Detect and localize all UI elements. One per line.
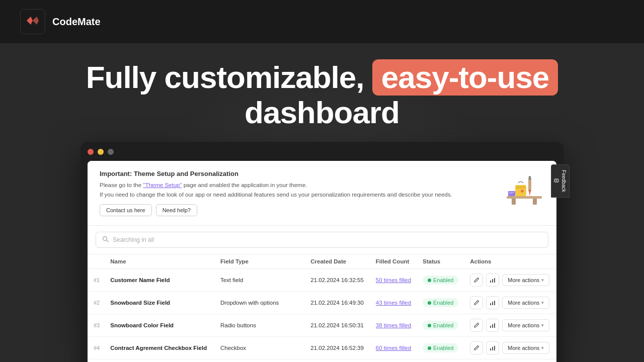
more-actions-button[interactable]: More actions ▾ [502,342,549,354]
svg-rect-2 [533,199,537,205]
svg-rect-0 [507,196,542,199]
edit-button[interactable] [470,341,483,354]
paint-illustration [504,170,544,205]
edit-icon [473,345,479,351]
row-status: Enabled [417,359,464,362]
more-actions-button[interactable]: More actions ▾ [502,297,549,309]
row-date: 21.02.2024 16:49:30 [304,292,370,314]
stats-button[interactable] [486,319,499,332]
edit-button[interactable] [470,274,483,287]
filled-link[interactable]: 60 times filled [376,345,411,351]
stats-icon [490,345,496,351]
edit-button[interactable] [470,296,483,309]
notice-buttons: Contact us here Need help? [100,204,452,216]
more-actions-label: More actions [508,322,539,328]
more-actions-label: More actions [508,300,539,306]
table-header-row: Name Field Type Created Date Filled Coun… [88,254,556,269]
theme-setup-link[interactable]: "Theme Setup" [143,182,182,188]
more-actions-button[interactable]: More actions ▾ [502,274,549,286]
svg-point-8 [521,190,524,193]
row-filled: 35 times filled [370,359,417,362]
fields-table: Name Field Type Created Date Filled Coun… [88,254,556,362]
edit-button[interactable] [470,319,483,332]
svg-rect-24 [490,348,491,350]
svg-rect-22 [492,324,493,328]
contact-us-button[interactable]: Contact us here [100,204,152,216]
status-badge: Enabled [423,298,458,307]
dot-gray [108,149,114,155]
svg-rect-25 [492,347,493,350]
notice-title: Important: Theme Setup and Personalizati… [100,170,452,177]
browser-mockup: Important: Theme Setup and Personalizati… [80,142,564,362]
table-row: #3 Snowboard Color Field Radio buttons 2… [88,314,556,337]
status-dot [428,324,431,327]
filled-link[interactable]: 50 times filled [376,277,411,283]
dashboard: Important: Theme Setup and Personalizati… [88,161,556,362]
th-actions: Actions [464,254,556,269]
stats-icon [490,322,496,328]
svg-marker-7 [529,190,531,196]
stats-button[interactable] [486,274,499,287]
row-num: #3 [88,314,104,337]
row-actions: More actions ▾ [464,269,556,292]
row-name: Customer Name Field [104,269,214,292]
hero-title: Fully customizable, easy-to-use dashboar… [20,59,624,130]
stats-button[interactable] [486,296,499,309]
svg-rect-21 [490,326,491,328]
row-status: Enabled [417,292,464,314]
feedback-tab[interactable]: Feedback [551,164,570,198]
row-actions: More actions ▾ [464,292,556,314]
th-filled-count: Filled Count [370,254,417,269]
header: CodeMate [0,0,644,43]
more-actions-label: More actions [508,345,539,351]
status-text: Enabled [433,277,453,283]
stats-icon [490,277,496,283]
th-created-date: Created Date [304,254,370,269]
row-filled: 60 times filled [370,337,417,359]
edit-icon [473,277,479,283]
search-bar-wrap: Searching in all [88,226,556,254]
status-badge: Enabled [423,276,458,285]
status-text: Enabled [433,345,453,351]
filled-link[interactable]: 38 times filled [376,322,411,328]
svg-rect-20 [494,301,495,305]
th-name: Name [104,254,214,269]
table-row: #1 Customer Name Field Text field 21.02.… [88,269,556,292]
row-num: #4 [88,337,104,359]
dot-red [88,149,94,155]
feedback-label: Feedback [561,170,567,192]
action-icons: More actions ▾ [470,274,552,287]
status-dot [428,301,431,305]
row-date: 21.02.2024 16:50:31 [304,314,370,337]
filled-link[interactable]: 43 times filled [376,300,411,306]
row-type: Text field [214,269,304,292]
more-actions-button[interactable]: More actions ▾ [502,319,549,331]
page-wrapper: CodeMate Fully customizable, easy-to-use… [0,0,644,362]
edit-icon [473,300,479,306]
notice-line2: If you need to change the look of our ap… [100,190,452,199]
status-badge: Enabled [423,343,458,352]
status-text: Enabled [433,322,453,328]
row-filled: 50 times filled [370,269,417,292]
svg-line-14 [107,240,109,242]
svg-rect-12 [509,193,513,194]
stats-button[interactable] [486,341,499,354]
search-bar[interactable]: Searching in all [96,232,548,248]
status-badge: Enabled [423,321,458,330]
row-type: Dropdown with options [214,292,304,314]
th-status: Status [417,254,464,269]
status-dot [428,346,431,350]
status-dot [428,279,431,282]
chevron-down-icon: ▾ [541,300,544,305]
notice-banner: Important: Theme Setup and Personalizati… [88,161,556,226]
chevron-down-icon: ▾ [541,278,544,283]
action-icons: More actions ▾ [470,296,552,309]
table-row: #2 Snowboard Size Field Dropdown with op… [88,292,556,314]
feedback-tab-wrapper: Feedback [551,164,570,198]
need-help-button[interactable]: Need help? [156,204,197,216]
svg-point-9 [518,192,520,194]
row-name: Snowboard Color Field [104,314,214,337]
search-icon [102,236,109,244]
row-date: 21.02.2024 16:52:39 [304,337,370,359]
hero-section: Fully customizable, easy-to-use dashboar… [0,43,644,142]
